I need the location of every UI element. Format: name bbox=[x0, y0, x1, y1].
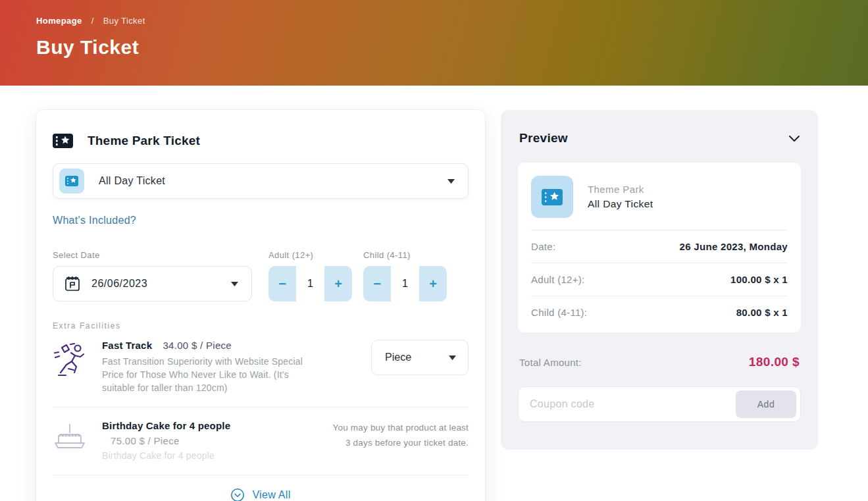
preview-card: Preview Theme Park All Da bbox=[501, 110, 818, 450]
row-value: 80.00 $ x 1 bbox=[736, 307, 788, 318]
preview-summary: Theme Park All Day Ticket Date: 26 June … bbox=[518, 163, 801, 332]
coupon-input[interactable] bbox=[530, 398, 736, 410]
breadcrumb-current: Buy Ticket bbox=[103, 16, 145, 26]
ticket-icon bbox=[53, 133, 73, 149]
divider bbox=[53, 407, 469, 408]
child-group: Child (4-11) − 1 + bbox=[363, 250, 447, 302]
preview-row-adult: Adult (12+): 100.00 $ x 1 bbox=[531, 263, 788, 296]
date-picker[interactable]: 26/06/2023 bbox=[53, 266, 252, 302]
row-label: Child (4-11): bbox=[531, 307, 587, 318]
fast-track-info: Fast Track 34.00 $ / Piece Fast Transiti… bbox=[102, 340, 306, 394]
preview-ticket-category: Theme Park bbox=[588, 184, 653, 195]
birthday-cake-info: Birthday Cake for 4 people 75.00 $ / Pie… bbox=[102, 420, 306, 462]
circle-chevron-down-icon bbox=[230, 488, 245, 501]
view-all-label: View All bbox=[252, 489, 290, 501]
fast-track-unit-select[interactable]: Piece bbox=[371, 340, 469, 375]
adult-count: 1 bbox=[296, 266, 324, 302]
ticket-card: Theme Park Ticket All Day Ticket What's … bbox=[36, 110, 485, 501]
ticket-type-value: All Day Ticket bbox=[99, 175, 433, 187]
ticket-card-title: Theme Park Ticket bbox=[88, 134, 200, 148]
preview-header: Preview bbox=[518, 126, 801, 145]
facility-price: 75.00 $ / Piece bbox=[111, 435, 180, 446]
preview-ticket-icon bbox=[531, 176, 573, 218]
date-value: 26/06/2023 bbox=[91, 278, 220, 290]
date-group: Select Date 26/06/2023 bbox=[53, 250, 252, 302]
child-label: Child (4-11) bbox=[363, 250, 447, 260]
row-label: Adult (12+): bbox=[531, 274, 585, 285]
row-value: 26 June 2023, Monday bbox=[680, 241, 788, 252]
extra-facilities-label: Extra Facilities bbox=[53, 321, 469, 330]
adult-group: Adult (12+) − 1 + bbox=[268, 250, 352, 302]
ticket-type-icon bbox=[59, 169, 84, 194]
preview-row-date: Date: 26 June 2023, Monday bbox=[531, 230, 788, 263]
birthday-cake-icon bbox=[53, 420, 102, 453]
preview-ticket-text: Theme Park All Day Ticket bbox=[588, 184, 653, 210]
page-title: Buy Ticket bbox=[36, 36, 868, 59]
facility-description: Fast Transition Superiority with Website… bbox=[102, 355, 306, 394]
child-plus-button[interactable]: + bbox=[419, 266, 447, 302]
row-label: Date: bbox=[531, 241, 555, 252]
breadcrumb: Homepage / Buy Ticket bbox=[36, 16, 868, 26]
total-amount-label: Total Amount: bbox=[519, 357, 582, 368]
child-stepper: − 1 + bbox=[363, 266, 447, 302]
facility-purchase-note: You may buy that product at least 3 days… bbox=[326, 420, 469, 450]
page-header: Homepage / Buy Ticket Buy Ticket bbox=[0, 0, 868, 86]
total-amount-row: Total Amount: 180.00 $ bbox=[518, 355, 801, 369]
total-amount-value: 180.00 $ bbox=[749, 355, 800, 369]
breadcrumb-separator: / bbox=[91, 16, 94, 26]
row-value: 100.00 $ x 1 bbox=[730, 274, 788, 285]
coupon-add-button[interactable]: Add bbox=[736, 390, 796, 418]
facility-description: Birthday Cake for 4 people bbox=[102, 449, 306, 462]
calendar-icon bbox=[64, 275, 81, 292]
date-quantity-row: Select Date 26/06/2023 Ad bbox=[53, 250, 469, 302]
facility-item-fast-track: Fast Track 34.00 $ / Piece Fast Transiti… bbox=[53, 340, 469, 394]
main-content: Theme Park Ticket All Day Ticket What's … bbox=[0, 86, 868, 501]
adult-plus-button[interactable]: + bbox=[324, 266, 352, 302]
coupon-bar: Add bbox=[518, 386, 801, 422]
chevron-down-icon bbox=[447, 179, 455, 184]
child-minus-button[interactable]: − bbox=[363, 266, 391, 302]
facility-name: Birthday Cake for 4 people bbox=[102, 420, 230, 431]
preview-row-child: Child (4-11): 80.00 $ x 1 bbox=[531, 296, 788, 319]
view-all-button[interactable]: View All bbox=[53, 488, 469, 501]
breadcrumb-homepage-link[interactable]: Homepage bbox=[36, 16, 82, 26]
adult-label: Adult (12+) bbox=[268, 250, 352, 260]
adult-minus-button[interactable]: − bbox=[268, 266, 296, 302]
chevron-down-icon bbox=[231, 282, 238, 286]
child-count: 1 bbox=[391, 266, 419, 302]
adult-stepper: − 1 + bbox=[268, 266, 352, 302]
chevron-down-icon bbox=[449, 356, 456, 360]
preview-ticket-name: All Day Ticket bbox=[588, 198, 653, 210]
preview-collapse-icon[interactable] bbox=[789, 136, 800, 142]
facility-item-birthday-cake: Birthday Cake for 4 people 75.00 $ / Pie… bbox=[53, 420, 469, 462]
ticket-card-header: Theme Park Ticket bbox=[53, 133, 469, 149]
whats-included-link[interactable]: What's Included? bbox=[53, 215, 136, 226]
select-date-label: Select Date bbox=[53, 250, 252, 260]
fast-track-runner-icon bbox=[53, 340, 102, 377]
facility-price: 34.00 $ / Piece bbox=[163, 340, 232, 351]
ticket-type-select[interactable]: All Day Ticket bbox=[53, 163, 469, 199]
facility-name: Fast Track bbox=[102, 340, 152, 351]
preview-ticket-row: Theme Park All Day Ticket bbox=[531, 176, 788, 230]
divider bbox=[53, 475, 469, 475]
preview-title: Preview bbox=[519, 131, 568, 145]
unit-select-value: Piece bbox=[385, 352, 449, 363]
